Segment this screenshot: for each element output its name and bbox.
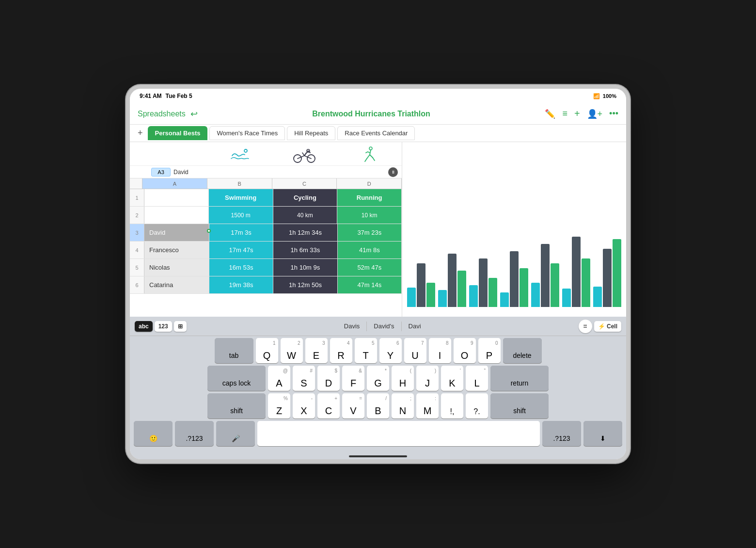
bar-group (500, 251, 528, 307)
key-d[interactable]: $D (317, 366, 340, 391)
bar-swim (531, 283, 540, 307)
key-j[interactable]: )J (416, 366, 439, 391)
key-t[interactable]: 5T (355, 338, 377, 363)
cell-4b[interactable]: 17m 47s (209, 242, 273, 258)
table-row: 5 Nicolas 16m 53s 1h 10m 9s 52m 47s (130, 259, 402, 276)
pencil-icon[interactable]: ✏️ (545, 109, 555, 119)
key-c[interactable]: +C (317, 393, 340, 419)
cell-3b[interactable]: 17m 3s (209, 224, 273, 241)
dot123-right-key[interactable]: .?123 (542, 421, 581, 446)
kbd-mode-table[interactable]: ⊞ (174, 321, 187, 332)
shift-left-key[interactable]: shift (207, 393, 266, 419)
cell-6d[interactable]: 47m 14s (338, 276, 402, 293)
return-key[interactable]: return (490, 366, 549, 391)
hide-keyboard-key[interactable]: ⬇ (583, 421, 622, 446)
col-header-c[interactable]: C (272, 178, 337, 189)
bar-group (593, 239, 621, 307)
key-q[interactable]: 1Q (256, 338, 278, 363)
key-p[interactable]: 0P (478, 338, 501, 363)
col-header-b[interactable]: B (207, 178, 272, 189)
format-icon[interactable]: ≡ (562, 109, 567, 119)
cell-2a[interactable] (144, 207, 209, 224)
cell-4d[interactable]: 41m 8s (338, 242, 402, 258)
space-key[interactable] (257, 421, 540, 446)
pause-formula-btn[interactable]: ⏸ (388, 167, 398, 177)
key-x[interactable]: -X (293, 393, 315, 419)
key-v[interactable]: =V (342, 393, 364, 419)
cell-2c[interactable]: 40 km (273, 207, 338, 224)
more-icon[interactable]: ••• (609, 109, 618, 119)
key-b[interactable]: /B (367, 393, 389, 419)
emoji-key[interactable]: 🙂 (134, 421, 173, 446)
cell-3a[interactable]: David (144, 224, 209, 241)
key-y[interactable]: 6Y (379, 338, 402, 363)
col-header-a[interactable]: A (142, 178, 207, 189)
cell-1a[interactable] (144, 189, 209, 206)
tab-hill-repeats[interactable]: Hill Repeats (287, 126, 335, 140)
key-m[interactable]: :M (416, 393, 439, 419)
cell-1d[interactable]: Running (337, 189, 402, 206)
key-u[interactable]: 7U (404, 338, 426, 363)
tab-personal-bests[interactable]: Personal Bests (148, 126, 208, 140)
kbd-mode-abc[interactable]: abc (135, 321, 153, 332)
cell-5a[interactable]: Nicolas (144, 259, 209, 276)
kbd-mode-123[interactable]: 123 (155, 321, 172, 332)
key-exclaim[interactable]: !, (441, 393, 463, 419)
table-row: 3 David 17m 3s 1h 12m 34s 37m 23s (130, 224, 402, 242)
cell-3c[interactable]: 1h 12m 34s (273, 224, 337, 241)
key-o[interactable]: 9O (454, 338, 476, 363)
key-r[interactable]: 4R (330, 338, 352, 363)
formula-input[interactable] (173, 169, 385, 176)
key-g[interactable]: *G (367, 366, 389, 391)
dot123-left-key[interactable]: .?123 (175, 421, 214, 446)
key-l[interactable]: "L (466, 366, 488, 391)
key-a[interactable]: @A (268, 366, 290, 391)
cell-4a[interactable]: Francesco (144, 242, 209, 258)
tab-key[interactable]: tab (215, 338, 253, 363)
mic-key[interactable]: 🎤 (216, 421, 255, 446)
formula-eq-btn[interactable]: = (579, 320, 592, 333)
cell-1b[interactable]: Swimming (209, 189, 273, 206)
cell-6c[interactable]: 1h 12m 50s (273, 276, 337, 293)
back-button[interactable]: Spreadsheets (138, 110, 186, 118)
autocomplete-davi[interactable]: Davi (404, 321, 426, 332)
bar-chart (407, 205, 621, 312)
bar-group (407, 263, 435, 307)
cell-3d[interactable]: 37m 23s (338, 224, 402, 241)
shift-right-key[interactable]: shift (490, 393, 549, 419)
cell-6b[interactable]: 19m 38s (209, 276, 273, 293)
tab-race-events-calendar[interactable]: Race Events Calendar (337, 126, 415, 140)
cell-5c[interactable]: 1h 10m 9s (273, 259, 337, 276)
keyboard-area: abc 123 ⊞ Davis David's Davi = ⚡ Cell ta… (130, 317, 626, 459)
delete-key[interactable]: delete (503, 338, 542, 363)
run-icon (359, 146, 379, 163)
add-icon[interactable]: + (574, 108, 580, 119)
caps-lock-key[interactable]: caps lock (207, 366, 266, 391)
cell-4c[interactable]: 1h 6m 33s (273, 242, 337, 258)
key-e[interactable]: 3E (305, 338, 328, 363)
key-w[interactable]: 2W (281, 338, 303, 363)
cell-2d[interactable]: 10 km (337, 207, 402, 224)
bar-cycle (510, 251, 519, 307)
col-header-d[interactable]: D (337, 178, 402, 189)
key-k[interactable]: 'K (441, 366, 463, 391)
key-z[interactable]: %Z (268, 393, 290, 419)
key-question[interactable]: ?. (466, 393, 488, 419)
kbd-cell-btn[interactable]: ⚡ Cell (594, 321, 621, 332)
key-s[interactable]: #S (293, 366, 315, 391)
autocomplete-davids[interactable]: David's (369, 321, 399, 332)
key-h[interactable]: (H (392, 366, 414, 391)
cell-6a[interactable]: Catarina (144, 276, 209, 293)
undo-icon[interactable]: ↩ (190, 109, 198, 119)
autocomplete-davis[interactable]: Davis (339, 321, 365, 332)
cell-5d[interactable]: 52m 47s (338, 259, 402, 276)
key-f[interactable]: &F (342, 366, 364, 391)
tab-womens-race-times[interactable]: Women's Race Times (209, 126, 285, 140)
add-tab-button[interactable]: + (135, 128, 146, 138)
cell-1c[interactable]: Cycling (273, 189, 338, 206)
key-n[interactable]: ;N (392, 393, 414, 419)
cell-5b[interactable]: 16m 53s (209, 259, 273, 276)
key-i[interactable]: 8I (429, 338, 451, 363)
share-icon[interactable]: 👤+ (587, 109, 603, 119)
cell-2b[interactable]: 1500 m (209, 207, 273, 224)
